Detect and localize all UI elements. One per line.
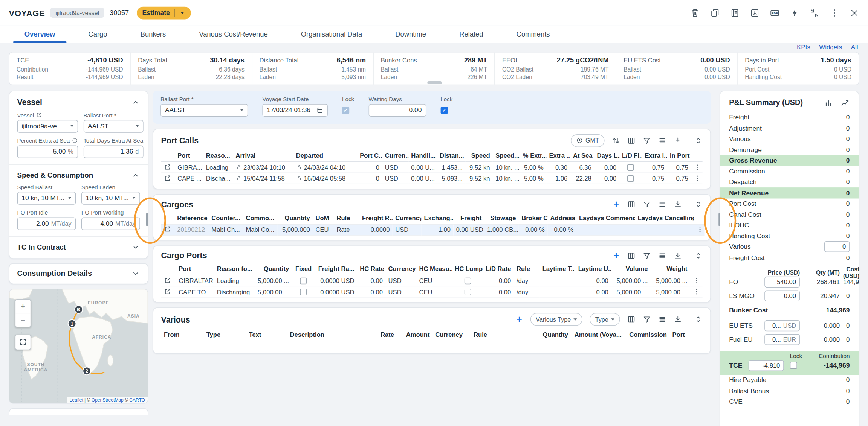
column-header[interactable]: Description xyxy=(287,329,358,341)
voyage-start-date-input[interactable]: 17/03/24 01:36 xyxy=(262,104,327,117)
estimate-button[interactable]: Estimate xyxy=(137,6,191,19)
tab-cargo[interactable]: Cargo xyxy=(72,26,124,43)
download-icon[interactable] xyxy=(674,315,682,324)
column-header[interactable]: Quantity xyxy=(528,329,571,341)
map-fullscreen-button[interactable] xyxy=(15,334,31,350)
leaflet-link[interactable]: Leaflet xyxy=(70,397,83,402)
filter-icon[interactable] xyxy=(643,315,651,324)
row-density-icon[interactable] xyxy=(658,136,666,145)
expand-section-icon[interactable] xyxy=(131,269,140,278)
carto-link[interactable]: CARTO xyxy=(129,397,145,402)
column-header[interactable]: Quantity xyxy=(277,212,313,224)
delete-icon[interactable] xyxy=(690,8,700,17)
more-menu-icon[interactable] xyxy=(830,8,839,17)
column-header[interactable]: Extra i... xyxy=(642,150,667,162)
row-checkbox[interactable] xyxy=(627,175,634,182)
type-filter[interactable]: Type xyxy=(590,313,620,326)
column-header[interactable]: In Port xyxy=(667,150,691,162)
tab-various-cost-revenue[interactable]: Various Cost/Revenue xyxy=(182,26,284,43)
column-header[interactable]: HC Lump... xyxy=(452,263,483,275)
add-cargo-port-button[interactable]: + xyxy=(612,251,620,260)
column-header[interactable]: Laydays Cancelling xyxy=(635,212,694,224)
open-row-icon[interactable] xyxy=(164,164,171,171)
column-header[interactable]: Reaso... xyxy=(203,150,233,162)
open-row-icon[interactable] xyxy=(164,175,171,182)
row-menu-icon[interactable] xyxy=(693,277,700,284)
zoom-in-button[interactable]: + xyxy=(15,300,31,313)
map-marker-2[interactable]: 2 xyxy=(83,367,91,375)
all-link[interactable]: All xyxy=(851,44,858,50)
fo-port-idle-input[interactable]: 2.00MT/day xyxy=(17,217,76,230)
column-header[interactable]: Laydays Commence xyxy=(576,212,635,224)
row-menu-icon[interactable] xyxy=(696,226,703,233)
filter-icon[interactable] xyxy=(643,251,651,260)
map-marker-1[interactable]: 1 xyxy=(68,320,76,327)
route-map[interactable]: EUROPE ASIA AFRICA SOUTH AMERICA B 1 xyxy=(9,288,148,403)
fuel-eu-price-input[interactable]: 0...EUR xyxy=(764,334,800,345)
column-header[interactable]: From xyxy=(161,329,204,341)
column-header[interactable]: Speed xyxy=(465,150,493,162)
tab-downtime[interactable]: Downtime xyxy=(379,26,443,43)
download-icon[interactable] xyxy=(674,200,682,208)
row-checkbox[interactable] xyxy=(300,289,307,295)
copy-icon[interactable] xyxy=(710,8,720,17)
percent-extra-input[interactable]: 5.00% xyxy=(17,145,78,158)
column-header[interactable]: Laytime T... xyxy=(539,263,575,275)
row-density-icon[interactable] xyxy=(658,200,666,208)
row-menu-icon[interactable] xyxy=(694,175,701,182)
lsmgo-price-input[interactable]: 0.00 xyxy=(764,291,800,301)
column-header[interactable]: Port xyxy=(176,263,214,275)
column-header[interactable]: Volume xyxy=(611,263,651,275)
column-header[interactable]: Fixed xyxy=(292,263,315,275)
row-menu-icon[interactable] xyxy=(694,164,701,171)
date-lock-checkbox[interactable] xyxy=(342,106,349,114)
column-header[interactable]: Freight xyxy=(453,212,484,224)
row-checkbox[interactable] xyxy=(464,289,471,295)
column-header[interactable]: Rule xyxy=(471,329,529,341)
quick-actions-icon[interactable] xyxy=(790,8,799,17)
fo-price-input[interactable]: 540.00 xyxy=(764,277,800,288)
filter-icon[interactable] xyxy=(643,136,651,145)
table-row[interactable]: 20190212Mabl Ch...Mabl Co...5,000.000CEU… xyxy=(161,224,705,235)
columns-icon[interactable] xyxy=(627,136,636,145)
column-header[interactable]: Freight Ra... xyxy=(315,263,357,275)
column-header[interactable]: Laytime U... xyxy=(575,263,611,275)
columns-icon[interactable] xyxy=(627,200,636,208)
column-header[interactable]: L/D Fi... xyxy=(619,150,642,162)
ledger-export-icon[interactable] xyxy=(750,8,760,17)
eu-ets-price-input[interactable]: 0...USD xyxy=(764,320,800,331)
sort-icon[interactable] xyxy=(612,136,620,145)
expand-section-icon[interactable] xyxy=(694,251,703,260)
estimate-caret-icon[interactable] xyxy=(179,10,185,16)
pnl-various-input[interactable]: 0 xyxy=(824,241,850,252)
table-row[interactable]: CAPE ...Discha...15/04/24 11:5816/04/24 … xyxy=(161,173,703,184)
column-header[interactable]: Handli... xyxy=(408,150,437,162)
open-row-icon[interactable] xyxy=(164,226,171,233)
column-header[interactable]: Distan... xyxy=(437,150,466,162)
column-header[interactable]: % Extr... xyxy=(520,150,546,162)
column-header[interactable]: Rule xyxy=(514,263,540,275)
column-header[interactable]: Departed xyxy=(293,150,357,162)
collapse-window-icon[interactable] xyxy=(810,8,819,17)
fo-port-working-input[interactable]: 4.00MT/day xyxy=(81,217,140,230)
table-row[interactable]: GIBRA...Loading23/03/24 10:1024/03/24 04… xyxy=(161,162,703,173)
speed-ballast-select[interactable]: 10 kn, 10 MT... xyxy=(17,192,76,204)
open-row-icon[interactable] xyxy=(164,277,171,284)
zoom-out-button[interactable]: − xyxy=(15,313,31,327)
column-header[interactable]: Extra ... xyxy=(546,150,570,162)
column-header[interactable]: Freight R... xyxy=(359,212,393,224)
info-icon[interactable] xyxy=(72,138,78,143)
column-header[interactable]: Commission xyxy=(624,329,669,341)
tab-bunkers[interactable]: Bunkers xyxy=(124,26,183,43)
pdf-export-icon[interactable] xyxy=(770,8,779,17)
row-checkbox[interactable] xyxy=(300,278,307,285)
column-header[interactable]: Commo... xyxy=(243,212,277,224)
expand-section-icon[interactable] xyxy=(694,315,703,324)
tab-comments[interactable]: Comments xyxy=(500,26,567,43)
add-cargo-button[interactable]: + xyxy=(612,200,620,209)
column-header[interactable]: UoM xyxy=(313,212,334,224)
kpis-link[interactable]: KPIs xyxy=(797,44,810,50)
expand-section-icon[interactable] xyxy=(694,200,703,208)
table-row[interactable]: GIBRALTARLoading5,000.00 ...0.0000 USD0.… xyxy=(161,275,703,286)
line-chart-icon[interactable] xyxy=(840,97,850,107)
